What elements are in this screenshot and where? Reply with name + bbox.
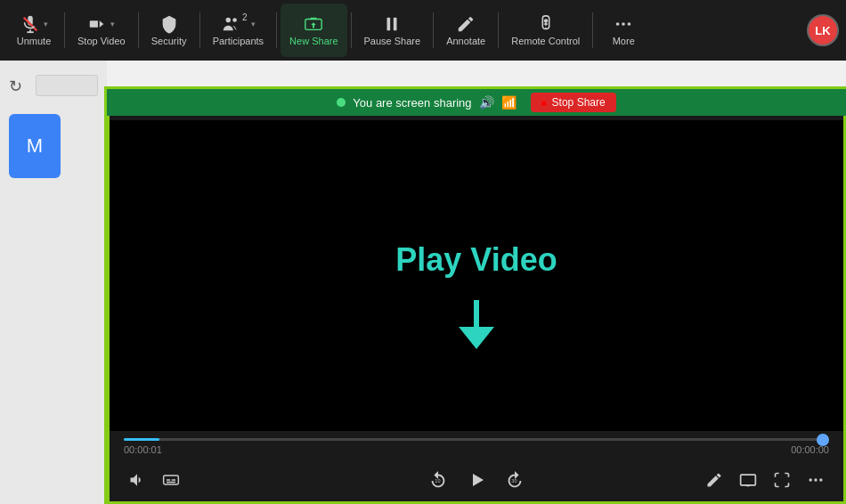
toolbar-annotate[interactable]: Annotate xyxy=(437,4,494,57)
svg-point-31 xyxy=(819,478,822,481)
time-total: 00:00:00 xyxy=(791,444,829,455)
sidebar-refresh-icon[interactable]: ↻ xyxy=(9,77,22,96)
divider-7 xyxy=(498,12,499,48)
sidebar-area: ↻ M xyxy=(0,61,107,504)
toolbar-new-share[interactable]: New Share xyxy=(281,4,346,57)
divider-8 xyxy=(592,12,593,48)
svg-point-30 xyxy=(814,478,817,481)
video-player-window: ← — □ ✕ Play Video 00:00:01 00:00:00 xyxy=(107,89,846,504)
fullscreen-small-button[interactable] xyxy=(735,467,761,493)
shield-icon xyxy=(159,14,179,34)
controls-center: 10 30 xyxy=(425,464,528,496)
divider-3 xyxy=(199,12,200,48)
expand-button[interactable] xyxy=(769,467,795,493)
security-icon-area xyxy=(159,14,179,34)
participants-label: Participants xyxy=(213,36,264,46)
stop-video-chevron[interactable]: ▾ xyxy=(110,20,115,28)
avatar-initials: LK xyxy=(815,24,830,37)
avatar[interactable]: LK xyxy=(807,14,839,46)
controls-right xyxy=(701,467,829,493)
svg-rect-20 xyxy=(164,476,179,484)
rewind-icon: 10 xyxy=(428,470,448,490)
svg-point-15 xyxy=(616,22,620,26)
down-arrow-icon xyxy=(454,300,499,354)
divider-2 xyxy=(138,12,139,48)
divider-4 xyxy=(276,12,277,48)
toolbar-stop-video[interactable]: ▾ Stop Video xyxy=(69,4,134,57)
toolbar-more[interactable]: More xyxy=(597,4,650,57)
sharing-dot xyxy=(337,98,346,107)
svg-text:10: 10 xyxy=(435,478,440,484)
toolbar-remote-control[interactable]: Remote Control xyxy=(502,4,589,57)
pencil-icon xyxy=(456,14,476,34)
more-label: More xyxy=(613,36,635,46)
participants-chevron[interactable]: ▾ xyxy=(251,20,256,28)
expand-icon xyxy=(773,471,791,489)
caption-button[interactable] xyxy=(158,467,184,493)
divider-1 xyxy=(64,12,65,48)
sidebar-blue-button[interactable]: M xyxy=(9,114,61,178)
annotate-icon-area xyxy=(456,14,476,34)
remote-control-label: Remote Control xyxy=(511,36,580,46)
play-pause-button[interactable] xyxy=(460,464,492,496)
progress-track[interactable] xyxy=(124,438,829,441)
svg-rect-26 xyxy=(741,475,756,485)
remote-icon xyxy=(536,14,556,34)
banner-wifi-icon: 📶 xyxy=(501,95,517,110)
svg-text:30: 30 xyxy=(511,478,517,484)
toolbar-unmute[interactable]: ▾ Unmute xyxy=(7,4,61,57)
divider-6 xyxy=(433,12,434,48)
sharing-message: You are screen sharing xyxy=(353,96,471,110)
stop-share-label: Stop Share xyxy=(552,96,606,109)
sidebar-input[interactable] xyxy=(36,75,98,96)
video-area: Play Video xyxy=(110,120,843,431)
pencil-player-icon xyxy=(705,471,723,489)
svg-point-17 xyxy=(628,22,631,26)
annotate-player-button[interactable] xyxy=(701,467,728,493)
toolbar-participants[interactable]: 2 ▾ Participants xyxy=(204,4,273,57)
screen-icon xyxy=(739,471,757,489)
forward-icon: 30 xyxy=(505,470,525,490)
pause-icon xyxy=(382,14,402,34)
svg-point-4 xyxy=(226,18,232,23)
play-icon xyxy=(473,474,484,486)
volume-button[interactable] xyxy=(124,467,150,493)
mic-slash-icon xyxy=(20,14,40,34)
security-label: Security xyxy=(151,36,187,46)
controls-bar: 10 30 xyxy=(110,459,843,501)
pause-share-icon-area xyxy=(382,14,402,34)
progress-thumb[interactable] xyxy=(817,434,829,446)
people-icon xyxy=(221,14,240,34)
share-screen-icon xyxy=(304,14,323,34)
participants-icon-area: 2 ▾ xyxy=(221,14,256,34)
progress-area: 00:00:01 00:00:00 xyxy=(110,431,843,459)
unmute-label: Unmute xyxy=(17,36,52,46)
dots-icon xyxy=(614,14,633,34)
forward-button[interactable]: 30 xyxy=(501,467,528,493)
play-arrow xyxy=(454,300,499,357)
unmute-icon-area: ▾ xyxy=(20,14,48,34)
more-player-button[interactable] xyxy=(802,467,829,493)
annotate-label: Annotate xyxy=(446,36,485,46)
stop-share-button[interactable]: ■ Stop Share xyxy=(531,93,616,112)
new-share-icon-area xyxy=(304,14,323,34)
video-icon xyxy=(87,14,107,34)
svg-point-29 xyxy=(809,478,812,481)
progress-fill xyxy=(124,438,159,441)
toolbar-security[interactable]: Security xyxy=(142,4,196,57)
remote-control-icon-area xyxy=(536,14,556,34)
volume-icon xyxy=(128,471,146,489)
time-current: 00:00:01 xyxy=(124,444,162,455)
sidebar-button-label: M xyxy=(9,114,61,178)
svg-rect-7 xyxy=(311,18,317,20)
rewind-button[interactable]: 10 xyxy=(425,467,451,493)
participants-badge: 2 xyxy=(242,12,248,22)
unmute-chevron[interactable]: ▾ xyxy=(44,20,48,28)
svg-point-16 xyxy=(622,22,625,26)
controls-left xyxy=(124,467,184,493)
toolbar-pause-share[interactable]: Pause Share xyxy=(355,4,430,57)
banner-volume-icon: 🔊 xyxy=(479,95,494,110)
svg-marker-19 xyxy=(459,327,494,349)
divider-5 xyxy=(351,12,352,48)
new-share-label: New Share xyxy=(289,36,338,46)
